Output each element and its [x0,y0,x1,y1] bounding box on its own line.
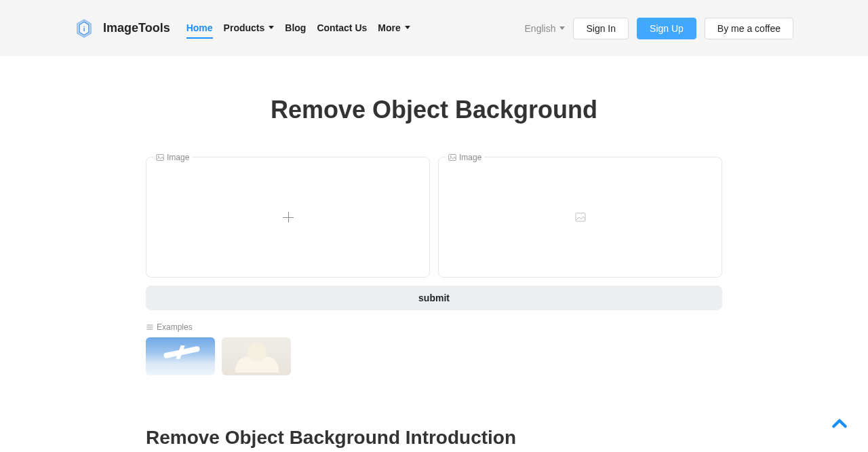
plus-icon [283,212,294,223]
chevron-down-icon [405,26,410,29]
image-placeholder-icon [575,212,586,223]
page-title: Remove Object Background [146,96,722,124]
header: i ImageTools Home Products Blog Contact … [0,0,868,56]
nav-contact[interactable]: Contact Us [317,18,367,39]
image-icon [156,153,164,162]
image-panels: Image Image [146,157,722,278]
chevron-down-icon [559,26,565,30]
example-thumbnail[interactable] [222,337,291,375]
nav-home[interactable]: Home [186,18,213,39]
output-panel: Image [438,157,722,278]
examples-list [146,337,722,375]
submit-button[interactable]: submit [146,286,722,310]
coffee-button[interactable]: By me a coffee [705,18,793,39]
output-area [439,157,722,277]
logo-icon: i [75,19,94,38]
logo[interactable]: i ImageTools [75,19,170,38]
svg-text:i: i [83,25,85,33]
sign-up-button[interactable]: Sign Up [637,18,696,39]
chevron-down-icon [269,26,274,29]
upload-area[interactable] [146,157,429,277]
input-panel: Image [146,157,430,278]
image-icon [448,153,456,162]
examples-label: Examples [146,322,722,332]
input-panel-label: Image [153,153,192,162]
main-nav: Home Products Blog Contact Us More [186,18,517,39]
nav-products[interactable]: Products [224,18,275,39]
brand-text: ImageTools [103,21,170,35]
sign-in-button[interactable]: Sign In [573,18,629,39]
nav-more[interactable]: More [378,18,410,39]
list-icon [146,323,154,331]
intro-title: Remove Object Background Introduction [146,427,722,449]
output-panel-label: Image [446,153,484,162]
example-thumbnail[interactable] [146,337,215,375]
svg-point-4 [158,156,159,157]
main-content: Remove Object Background Image Image sub… [139,96,729,452]
svg-point-6 [450,156,452,157]
language-selector[interactable]: English [525,23,566,34]
nav-blog[interactable]: Blog [285,18,306,39]
scroll-to-top-button[interactable] [826,410,853,437]
chevron-up-icon [831,415,848,432]
